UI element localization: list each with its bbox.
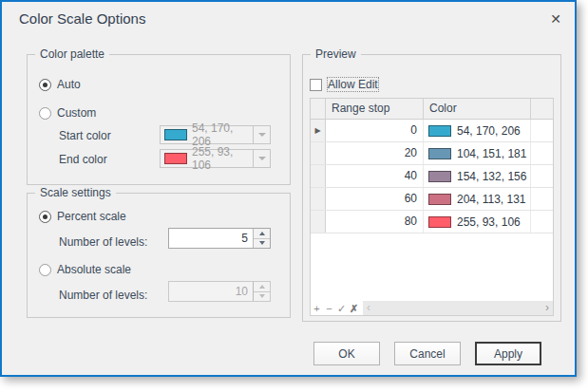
remove-row-button[interactable]: − [323, 302, 335, 315]
column-header-color[interactable]: Color [424, 99, 531, 119]
table-row[interactable]: 40 154, 132, 156 [311, 165, 553, 188]
radio-absolute-scale[interactable]: Absolute scale [39, 263, 131, 276]
allow-edit-label: Allow Edit [328, 78, 378, 91]
absolute-levels-input [169, 282, 253, 301]
color-cell: 104, 151, 181 [424, 142, 531, 164]
color-palette-group-label: Color palette [35, 47, 109, 62]
color-swatch [428, 148, 451, 159]
horizontal-scrollbar[interactable]: ‹ › [363, 301, 553, 315]
range-stop-cell: 80 [326, 211, 424, 233]
allow-edit-checkbox[interactable]: Allow Edit [310, 78, 378, 91]
dialog-title: Color Scale Options [19, 10, 145, 27]
accept-changes-button[interactable]: ✓ [335, 302, 348, 315]
color-swatch [428, 194, 451, 205]
start-color-value: 54, 170, 206 [192, 121, 253, 148]
row-indicator-empty [311, 211, 326, 233]
color-rgb-text: 54, 170, 206 [457, 124, 521, 138]
table-row[interactable]: 20 104, 151, 181 [311, 142, 553, 165]
scroll-right-icon[interactable]: › [545, 302, 549, 314]
percent-levels-input[interactable] [169, 229, 253, 248]
row-indicator-empty [311, 165, 326, 187]
close-icon[interactable]: ✕ [546, 9, 565, 28]
radio-custom-label: Custom [57, 106, 96, 120]
color-rgb-text: 104, 151, 181 [457, 147, 526, 160]
grid-navigator: + − ✓ ✗ ‹ › [311, 301, 553, 315]
cancel-button[interactable]: Cancel [394, 342, 461, 365]
scale-settings-group: Scale settings Percent scale Number of l… [27, 193, 291, 318]
radio-auto-label: Auto [57, 78, 81, 91]
color-scale-options-dialog: Color Scale Options ✕ Color palette Auto… [0, 0, 577, 377]
allow-edit-checkbox-box[interactable] [310, 79, 322, 91]
start-color-dropdown-arrow-icon [253, 126, 270, 143]
column-header-range-stop[interactable]: Range stop [326, 99, 424, 119]
add-row-button[interactable]: + [311, 302, 323, 315]
start-color-swatch [164, 129, 187, 140]
row-indicator-icon: ▶ [311, 120, 326, 141]
radio-custom[interactable]: Custom [39, 106, 96, 120]
radio-percent-label: Percent scale [57, 210, 126, 223]
absolute-levels-spinner [168, 281, 271, 302]
radio-absolute-label: Absolute scale [57, 263, 131, 276]
end-color-label: End color [59, 150, 107, 169]
end-color-swatch [164, 153, 187, 164]
absolute-levels-label: Number of levels: [59, 285, 147, 306]
color-rgb-text: 204, 113, 131 [457, 193, 526, 206]
color-rgb-text: 154, 132, 156 [457, 170, 526, 183]
percent-levels-label: Number of levels: [59, 232, 147, 252]
color-rgb-text: 255, 93, 106 [457, 215, 521, 229]
grid-indicator-header [311, 99, 326, 119]
spin-up-icon[interactable] [254, 229, 270, 239]
color-swatch [428, 171, 451, 182]
color-swatch [428, 216, 451, 228]
range-stop-cell: 40 [326, 165, 424, 187]
end-color-value: 255, 93, 106 [192, 145, 253, 172]
color-swatch [428, 125, 451, 137]
radio-auto[interactable]: Auto [39, 78, 81, 91]
range-stops-grid: Range stop Color ▶ 0 54, 170, 206 20 [310, 98, 554, 316]
spin-up-icon-disabled [254, 282, 270, 292]
radio-custom-circle[interactable] [39, 107, 51, 120]
end-color-dropdown: 255, 93, 106 [160, 149, 271, 168]
screen: Color Scale Options ✕ Color palette Auto… [0, 0, 588, 392]
preview-group-label: Preview [311, 47, 361, 62]
preview-group: Preview Allow Edit Range stop Color ▶ 0 … [302, 54, 561, 322]
ok-button[interactable]: OK [313, 342, 380, 365]
color-palette-group: Color palette Auto Custom Start color 54… [27, 54, 291, 185]
absolute-levels-spin-buttons [253, 282, 270, 301]
range-stop-cell: 60 [326, 188, 424, 210]
row-indicator-empty [311, 142, 326, 164]
scroll-left-icon[interactable]: ‹ [367, 302, 370, 314]
radio-auto-circle[interactable] [39, 79, 51, 91]
cancel-changes-button[interactable]: ✗ [348, 302, 360, 315]
grid-header: Range stop Color [311, 99, 553, 120]
color-cell: 54, 170, 206 [424, 120, 531, 141]
table-row[interactable]: 60 204, 113, 131 [311, 188, 553, 211]
end-color-dropdown-arrow-icon [253, 150, 270, 167]
range-stop-cell: 20 [326, 142, 424, 164]
table-row[interactable]: 80 255, 93, 106 [311, 211, 553, 233]
table-row[interactable]: ▶ 0 54, 170, 206 [311, 120, 553, 142]
apply-button[interactable]: Apply [475, 342, 541, 365]
color-cell: 255, 93, 106 [424, 211, 531, 233]
row-indicator-empty [311, 188, 326, 210]
percent-levels-spinner [168, 228, 271, 249]
spin-down-icon-disabled [254, 292, 270, 302]
radio-percent-scale[interactable]: Percent scale [39, 210, 126, 223]
start-color-label: Start color [59, 126, 111, 145]
percent-levels-spin-buttons [253, 229, 270, 248]
range-stop-cell: 0 [326, 120, 424, 141]
spin-down-icon[interactable] [254, 239, 270, 249]
start-color-dropdown: 54, 170, 206 [160, 125, 271, 144]
color-cell: 154, 132, 156 [424, 165, 531, 187]
color-cell: 204, 113, 131 [424, 188, 531, 210]
scale-settings-group-label: Scale settings [35, 186, 116, 200]
radio-absolute-circle[interactable] [39, 264, 51, 276]
radio-percent-circle[interactable] [39, 211, 51, 223]
